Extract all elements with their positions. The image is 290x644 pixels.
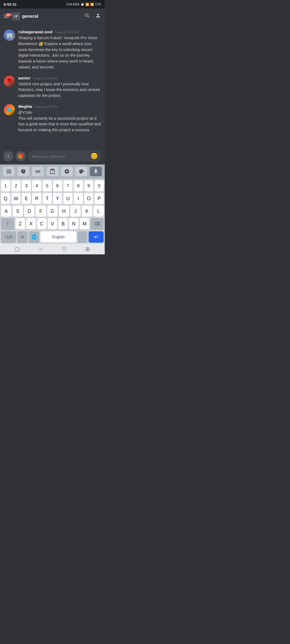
key-p[interactable]: P <box>95 193 104 204</box>
gift-button[interactable]: 🎁 <box>16 151 26 161</box>
numbers-key[interactable]: ?123 <box>1 231 16 243</box>
key-3[interactable]: 3 <box>22 180 31 192</box>
key-f[interactable]: F <box>36 206 46 217</box>
message-input[interactable] <box>32 154 88 159</box>
key-v[interactable]: V <box>48 218 57 229</box>
chat-area: 🏢 rubiagarawal.soul Today at 10:50 AM Sh… <box>0 24 105 148</box>
key-0[interactable]: 0 <box>95 180 104 192</box>
keyboard-settings-button[interactable] <box>61 167 73 176</box>
circle-icon: ○ <box>39 246 42 252</box>
key-z[interactable]: Z <box>16 218 25 229</box>
status-icons: 3:48 KB/S ⏰ 📶 📶 17% <box>66 3 101 6</box>
square-icon: ▢ <box>15 246 20 252</box>
qwerty-row: Q W E R T Y U I O P <box>1 193 104 204</box>
username: rubiagarawal.soul <box>18 30 53 34</box>
key-e[interactable]: E <box>22 193 31 204</box>
nav-grid-button[interactable]: ⊞ <box>84 245 91 253</box>
enter-icon: ↵ <box>94 234 99 240</box>
key-rows: 1 2 3 4 5 6 7 8 9 0 Q W E R T Y U I O P … <box>0 179 105 231</box>
emoji-button[interactable]: 😊 <box>90 153 98 160</box>
emoji-keyboard-key[interactable]: ☺ <box>17 231 28 243</box>
add-button[interactable]: ＋ <box>3 151 13 161</box>
nav-recents-button[interactable]: ▽ <box>60 245 68 253</box>
timestamp: Today at 11:08 AM <box>33 77 57 80</box>
input-bar: ＋ 🎁 😊 <box>0 148 105 164</box>
nav-actions <box>84 13 101 20</box>
shift-icon: ↑ <box>6 221 9 227</box>
message-input-wrap[interactable]: 😊 <box>28 151 102 162</box>
key-9[interactable]: 9 <box>84 180 93 192</box>
key-x[interactable]: X <box>26 218 36 229</box>
key-h[interactable]: H <box>59 206 69 217</box>
channel-name: general <box>22 14 84 19</box>
profile-icon[interactable] <box>95 13 101 20</box>
key-k[interactable]: K <box>82 206 92 217</box>
search-icon[interactable] <box>84 13 90 20</box>
delete-key[interactable]: ⌫ <box>90 218 104 229</box>
message-content: Meghla Today at 8:55 PM @Y24ioThis will … <box>18 104 101 133</box>
key-8[interactable]: 8 <box>74 180 83 192</box>
keyboard-sticker-button[interactable] <box>17 167 29 176</box>
message-text: Yield24 nice project and I personally lo… <box>18 81 101 99</box>
channel-icon <box>12 12 20 20</box>
keyboard-clipboard-button[interactable] <box>46 167 58 176</box>
keyboard-toolbar: GIF <box>0 164 105 179</box>
key-5[interactable]: 5 <box>43 180 52 192</box>
message-content: aantor Today at 11:08 AM Yield24 nice pr… <box>18 76 101 99</box>
key-t[interactable]: T <box>43 193 52 204</box>
top-nav: 2k+ general <box>0 9 105 24</box>
key-s[interactable]: S <box>13 206 23 217</box>
key-w[interactable]: W <box>12 193 21 204</box>
globe-icon: 🌐 <box>31 234 37 240</box>
key-c[interactable]: C <box>37 218 46 229</box>
key-b[interactable]: B <box>58 218 68 229</box>
key-q[interactable]: Q <box>1 193 10 204</box>
triangle-icon: ▽ <box>62 246 66 252</box>
key-r[interactable]: R <box>32 193 41 204</box>
unread-badge: 2k+ <box>6 13 12 16</box>
shift-key[interactable]: ↑ <box>1 218 14 229</box>
nav-home-button[interactable]: ○ <box>37 245 44 253</box>
key-m[interactable]: M <box>80 218 89 229</box>
zxcv-row: ↑ Z X C V B N M ⌫ <box>1 218 104 229</box>
message-content: rubiagarawal.soul Today at 10:50 AM Shap… <box>18 30 101 70</box>
key-i[interactable]: I <box>74 193 83 204</box>
key-g[interactable]: G <box>47 206 57 217</box>
period-key[interactable]: . <box>78 231 87 243</box>
backspace-icon: ⌫ <box>94 221 100 226</box>
android-nav-bar: ▢ ○ ▽ ⊞ <box>0 244 105 254</box>
key-y[interactable]: Y <box>53 193 62 204</box>
enter-key[interactable]: ↵ <box>89 231 104 243</box>
key-o[interactable]: O <box>84 193 93 204</box>
space-key[interactable]: English <box>41 231 76 243</box>
keyboard-palette-button[interactable] <box>75 167 87 176</box>
signal-icon: 📶 <box>90 3 94 6</box>
hamburger-menu[interactable]: 2k+ <box>4 15 9 18</box>
wifi-icon: 📶 <box>85 3 89 6</box>
keyboard-apps-button[interactable] <box>3 167 15 176</box>
alarm-icon: ⏰ <box>81 3 84 6</box>
key-u[interactable]: U <box>63 193 73 204</box>
key-n[interactable]: N <box>69 218 78 229</box>
timestamp: Today at 10:50 AM <box>55 31 79 34</box>
key-2[interactable]: 2 <box>12 180 21 192</box>
message-text: @Y24ioThis will certainly be a successfu… <box>18 110 101 133</box>
status-time: 8:55:31 <box>4 2 17 6</box>
key-1[interactable]: 1 <box>1 180 10 192</box>
keyboard-gif-button[interactable]: GIF <box>32 167 44 176</box>
bottom-row: ?123 ☺ 🌐 English . ↵ <box>0 231 105 244</box>
key-4[interactable]: 4 <box>32 180 41 192</box>
asdf-row: A S D F G H J K L <box>1 206 104 217</box>
keyboard-mic-button[interactable] <box>90 167 102 176</box>
nav-back-button[interactable]: ▢ <box>13 245 21 253</box>
globe-key[interactable]: 🌐 <box>29 231 39 243</box>
key-j[interactable]: J <box>70 206 81 217</box>
key-l[interactable]: L <box>93 206 104 217</box>
key-6[interactable]: 6 <box>53 180 62 192</box>
key-7[interactable]: 7 <box>63 180 73 192</box>
status-bar: 8:55:31 3:48 KB/S ⏰ 📶 📶 17% <box>0 0 105 9</box>
key-d[interactable]: D <box>24 206 34 217</box>
key-a[interactable]: A <box>1 206 11 217</box>
username: aantor <box>18 76 31 80</box>
number-row: 1 2 3 4 5 6 7 8 9 0 <box>1 180 104 192</box>
